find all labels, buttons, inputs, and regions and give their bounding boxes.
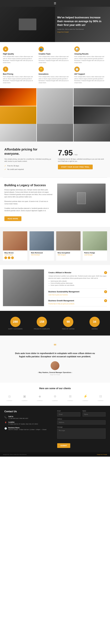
acc-badge-2: 3 — [104, 299, 107, 302]
team-photo-mary — [3, 231, 27, 250]
address-input[interactable] — [57, 420, 106, 424]
team-name-nina: Nina Georgifield — [58, 252, 79, 254]
stat-1: 158 PROJECTS COMPLETE — [29, 315, 54, 331]
client-name-5: COMPANY — [82, 400, 88, 401]
contact-heading: Contact Us — [4, 410, 53, 413]
stat-label-1: PROJECTS COMPLETE — [31, 328, 53, 330]
pricing-right: 7.95 / mo Completely free for 30 days, u… — [58, 148, 106, 169]
hero-sample-text: Sample link. Click to select the Third E… — [57, 28, 104, 30]
features-section: ★ Hight Quality Proin volutpat tellus ma… — [0, 42, 110, 88]
accordion-title-0[interactable]: Create a Militant in Monster 1 — [48, 271, 107, 274]
team-info-mary: Mary Brown Lead Designer f t in — [3, 250, 27, 260]
client-icon-1: ▣ — [22, 394, 28, 399]
accordion-title-1[interactable]: Business Sustainability Management 2 — [48, 290, 107, 293]
footer-bar: Sample link. Click to select the Third E… — [0, 452, 110, 456]
stat-circle-1: 158 — [37, 317, 47, 327]
team-name-patrice: Patrice Hodge — [84, 252, 106, 254]
legacy-readmore-button[interactable]: Read More — [4, 216, 21, 221]
accordion-link-1[interactable]: Learn how to grow your business. — [48, 294, 107, 296]
accordion-content: Create a Militant in Monster 1 Volutpat … — [48, 270, 107, 306]
hero-image-link[interactable]: Image from Freepik — [57, 31, 69, 33]
social-fb[interactable]: f — [4, 256, 7, 259]
name-input[interactable] — [83, 412, 106, 416]
feature-quality: ★ Hight Quality Proin volutpat tellus ma… — [3, 46, 36, 64]
mosaic-cell-person — [74, 88, 110, 106]
client-name-2: COMPANY — [37, 400, 43, 401]
team-card-2: Nina Georgifield Web Designer — [56, 231, 81, 260]
social-tw[interactable]: t — [8, 256, 10, 259]
acc-img-bg — [3, 270, 44, 306]
stat-circle-2: 98 — [63, 317, 73, 327]
pricing-title: Best Pricing — [3, 73, 36, 75]
team-photo-nick — [29, 231, 54, 250]
form-row-1: Email Name — [57, 410, 106, 416]
clients-grid: ◎ COMPANY ▣ COMPANY ◈ COMPANY ⊛ COMPANY … — [3, 394, 107, 401]
accordion-link-2[interactable]: Practical tips to help you grow your pro… — [48, 303, 107, 304]
results-title: Amazing Results — [74, 53, 107, 55]
creative-title: Creative Team — [39, 53, 71, 55]
features-grid-row1: ★ Hight Quality Proin volutpat tellus ma… — [3, 46, 107, 64]
pricing-left: Affordable pricing for everyone. Very si… — [4, 148, 52, 172]
mosaic-cell-office — [37, 88, 73, 124]
team-socials-mary: f t in — [4, 256, 26, 259]
legacy-text-2: Elementum pulvinar etiam non quam. Id am… — [4, 200, 53, 205]
form-email-field: Email — [57, 410, 80, 416]
form-address-field: Address — [57, 418, 106, 424]
legacy-section: Building a Legacy of Success At lacus eg… — [0, 178, 110, 227]
list-item-2: Donec quam ut facilisis nec ante loborti… — [51, 284, 107, 286]
quality-icon: ★ — [3, 46, 8, 52]
client-logo-3: ⊛ COMPANY — [49, 394, 62, 401]
testimonial-avatar — [51, 361, 59, 370]
quality-title: Hight Quality — [3, 53, 36, 55]
footer-right-link[interactable]: Image from Freepik — [97, 454, 107, 455]
client-icon-4: ⊞ — [67, 394, 73, 399]
social-in[interactable]: in — [11, 256, 14, 259]
hamburger-icon[interactable]: ☰ — [54, 2, 56, 5]
client-logo-1: ▣ COMPANY — [18, 394, 31, 401]
message-input[interactable] — [57, 428, 106, 439]
team-role-patrice: Lead Manager — [84, 254, 106, 256]
contact-location-item: 📍 Location 67 West 43rd St, GT Garden, N… — [4, 421, 53, 425]
location-icon: 📍 — [4, 422, 7, 424]
stat-2: 98 TONS OF COFFEE — [56, 315, 81, 331]
price-period: / mo — [74, 154, 77, 156]
contact-location-value: 67 West 43rd St, GT Garden, New York, NY… — [8, 423, 38, 425]
mosaic-laptop — [37, 124, 73, 142]
team-section: Mary Brown Lead Designer f t in Nick Ric… — [0, 227, 110, 265]
stat-num-0: 288 — [13, 320, 18, 324]
message-label: Message — [57, 426, 106, 428]
email-input[interactable] — [57, 412, 80, 416]
pricing-check1: ✓ Free for 30 days — [4, 164, 52, 167]
pricing-check2: ✓ No credit card required — [4, 168, 52, 170]
stat-num-2: 98 — [67, 320, 70, 324]
mosaic-cell-hand — [0, 106, 36, 124]
check-icon-2: ✓ — [4, 168, 6, 170]
client-name-3: COMPANY — [52, 400, 58, 401]
list-item-1: Porta vel facilisis pulvinar ullamcorper… — [51, 282, 107, 284]
contact-phone-label: Call Us — [8, 416, 28, 418]
contact-info: Contact Us 📞 Call Us +1 236 349 0143 / 2… — [4, 410, 53, 448]
team-name-nick: Nick Richmond — [31, 252, 52, 254]
clients-section: Here are some of our clients ◎ COMPANY ▣… — [0, 383, 110, 406]
check-icon-1: ✓ — [4, 164, 6, 167]
stat-circle-0: 288 — [10, 317, 20, 327]
client-icon-0: ◎ — [6, 394, 12, 399]
accordion-item-0: Create a Militant in Monster 1 Volutpat … — [48, 270, 107, 288]
contact-form: Email Name Address Message SUBMIT — [57, 410, 106, 448]
form-name-field: Name — [83, 410, 106, 416]
hero-section: We've helped businesses increase their r… — [0, 7, 110, 42]
pricing-section: Affordable pricing for everyone. Very si… — [0, 142, 110, 178]
stats-section: 288 HAPPY CUSTOMERS 158 PROJECTS COMPLET… — [0, 311, 110, 336]
pricing-cta-button[interactable]: START YOUR 30-DAY FREE TRIAL — [58, 164, 93, 169]
testimonial-source: Image from Freepik — [9, 374, 101, 375]
pricing-desc: Proin volutpat tellus massa a diam ullam… — [3, 76, 36, 84]
form-row-2: Address — [57, 418, 106, 424]
footer-left-text: Sample link. Click to select the Third E… — [3, 454, 27, 455]
mosaic-cell-fire — [0, 88, 36, 106]
contact-phone-value: +1 236 349 0143 / 2560 981 4537 — [8, 418, 28, 419]
team-photo-nina — [56, 231, 81, 250]
accordion-title-2[interactable]: Business Growth Management 3 — [48, 299, 107, 302]
team-role-nina: Web Designer — [58, 254, 79, 256]
submit-button[interactable]: SUBMIT — [57, 443, 70, 448]
team-role-nick: Web Developer — [31, 254, 52, 256]
